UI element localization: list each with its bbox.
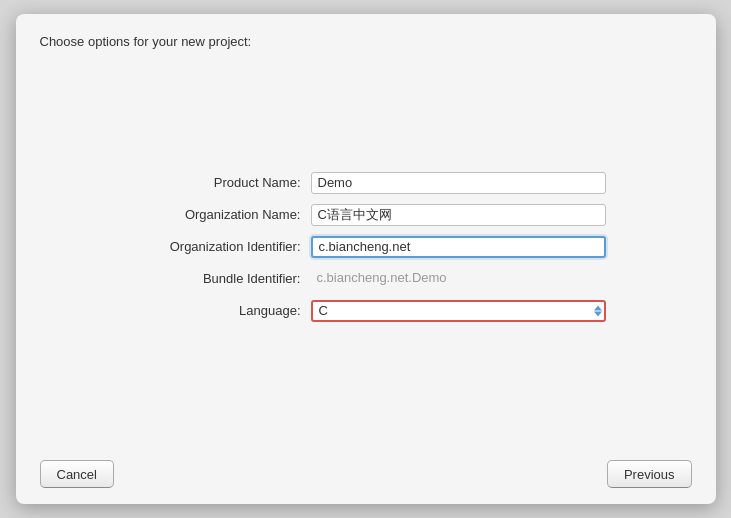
- previous-button[interactable]: Previous: [607, 460, 692, 488]
- cancel-button[interactable]: Cancel: [40, 460, 114, 488]
- dialog-content: Product Name: Organization Name: Organiz…: [40, 65, 692, 448]
- org-identifier-label: Organization Identifier:: [126, 239, 311, 254]
- language-select[interactable]: C C++ Objective-C Swift: [311, 300, 606, 322]
- product-name-label: Product Name:: [126, 175, 311, 190]
- product-name-row: Product Name:: [126, 172, 606, 194]
- product-name-input[interactable]: [311, 172, 606, 194]
- org-name-row: Organization Name:: [126, 204, 606, 226]
- bundle-identifier-row: Bundle Identifier: c.biancheng.net.Demo: [126, 268, 606, 290]
- org-name-input[interactable]: [311, 204, 606, 226]
- language-row: Language: C C++ Objective-C Swift: [126, 300, 606, 322]
- bundle-identifier-label: Bundle Identifier:: [126, 271, 311, 286]
- footer-right-buttons: Previous: [607, 460, 692, 488]
- language-select-wrapper: C C++ Objective-C Swift: [311, 300, 606, 322]
- org-name-label: Organization Name:: [126, 207, 311, 222]
- new-project-dialog: Choose options for your new project: Pro…: [16, 14, 716, 504]
- bundle-identifier-value: c.biancheng.net.Demo: [311, 268, 606, 290]
- language-label: Language:: [126, 303, 311, 318]
- dialog-footer: Cancel Previous: [40, 448, 692, 488]
- form-area: Product Name: Organization Name: Organiz…: [40, 172, 692, 322]
- dialog-title: Choose options for your new project:: [40, 34, 692, 49]
- org-identifier-input[interactable]: [311, 236, 606, 258]
- org-identifier-row: Organization Identifier:: [126, 236, 606, 258]
